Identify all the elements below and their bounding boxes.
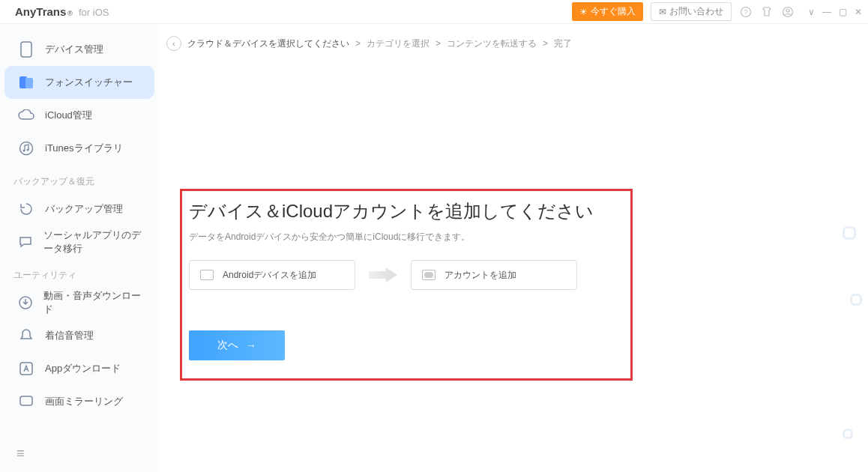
maximize-icon[interactable]: ▢ [839, 7, 847, 17]
bell-icon [18, 327, 34, 344]
next-button[interactable]: 次へ → [189, 330, 285, 360]
sidebar-item-ringtone[interactable]: 着信音管理 [4, 319, 154, 352]
svg-rect-6 [25, 78, 33, 88]
svg-point-9 [27, 149, 29, 151]
section-backup: バックアップ＆復元 [0, 165, 159, 193]
sidebar-item-appdownload[interactable]: Appダウンロード [4, 352, 154, 385]
arrow-right-icon [369, 267, 397, 282]
chat-icon [18, 234, 33, 250]
crumb-step2[interactable]: カテゴリを選択 [367, 37, 430, 50]
back-button[interactable]: ‹ [166, 36, 181, 51]
svg-point-7 [20, 142, 33, 155]
music-icon [18, 140, 34, 157]
sidebar-item-itunes[interactable]: iTunesライブラリ [4, 132, 154, 165]
appstore-icon [18, 360, 34, 377]
svg-point-3 [786, 9, 789, 12]
download-icon [18, 294, 33, 311]
sidebar: デバイス管理 フォンスイッチャー iCloud管理 iTunesライブラリ バッ… [0, 24, 159, 472]
svg-rect-12 [20, 396, 32, 405]
close-icon[interactable]: ✕ [855, 7, 862, 17]
sun-icon [579, 7, 588, 17]
arrow-right-small-icon: → [246, 339, 256, 351]
history-icon [18, 201, 34, 217]
device-icon [18, 41, 34, 58]
sidebar-item-phoneswitcher[interactable]: フォンスイッチャー [4, 66, 154, 99]
contact-button[interactable]: お問い合わせ [651, 2, 732, 21]
svg-text:?: ? [744, 8, 747, 16]
help-icon[interactable]: ? [739, 5, 753, 19]
main-panel: デバイス＆iCloudアカウントを追加してください データをAndroidデバイ… [159, 69, 850, 459]
switch-icon [18, 74, 34, 91]
crumb-step3[interactable]: コンテンツを転送する [447, 37, 537, 50]
add-android-button[interactable]: Androidデバイスを追加 [189, 260, 355, 290]
cloud-icon [18, 107, 34, 124]
expand-icon[interactable]: ∨ [808, 7, 815, 17]
android-phone-icon [200, 270, 214, 280]
section-utility: ユーティリティ [0, 258, 159, 286]
crumb-step1[interactable]: クラウド＆デバイスを選択してください [187, 37, 349, 50]
mail-icon [659, 7, 666, 17]
page-subtitle: データをAndroidデバイスから安全かつ簡単にiCloudに移行できます。 [189, 231, 850, 243]
add-account-button[interactable]: アカウントを追加 [411, 260, 577, 290]
user-icon[interactable] [781, 5, 795, 19]
screen-icon [18, 393, 34, 410]
buy-now-button[interactable]: 今すぐ購入 [572, 2, 643, 21]
app-title: AnyTrans® for iOS [15, 5, 109, 18]
menu-toggle-icon[interactable]: ≡ [0, 435, 159, 472]
page-title: デバイス＆iCloudアカウントを追加してください [189, 199, 850, 223]
cloud-account-icon [422, 270, 435, 280]
sidebar-item-social[interactable]: ソーシャルアプリのデータ移行 [4, 226, 154, 258]
sidebar-item-mirror[interactable]: 画面ミラーリング [4, 385, 154, 418]
sidebar-item-download[interactable]: 動画・音声ダウンロード [4, 286, 154, 319]
breadcrumb: ‹ クラウド＆デバイスを選択してください > カテゴリを選択 > コンテンツを転… [159, 24, 868, 63]
minimize-icon[interactable]: — [822, 7, 831, 17]
sidebar-item-backup[interactable]: バックアップ管理 [4, 193, 154, 226]
svg-rect-4 [21, 42, 31, 57]
sidebar-item-icloud[interactable]: iCloud管理 [4, 99, 154, 132]
sidebar-item-device[interactable]: デバイス管理 [4, 33, 154, 66]
shirt-icon[interactable] [760, 5, 774, 19]
svg-point-8 [23, 150, 25, 152]
crumb-step4[interactable]: 完了 [554, 37, 572, 50]
